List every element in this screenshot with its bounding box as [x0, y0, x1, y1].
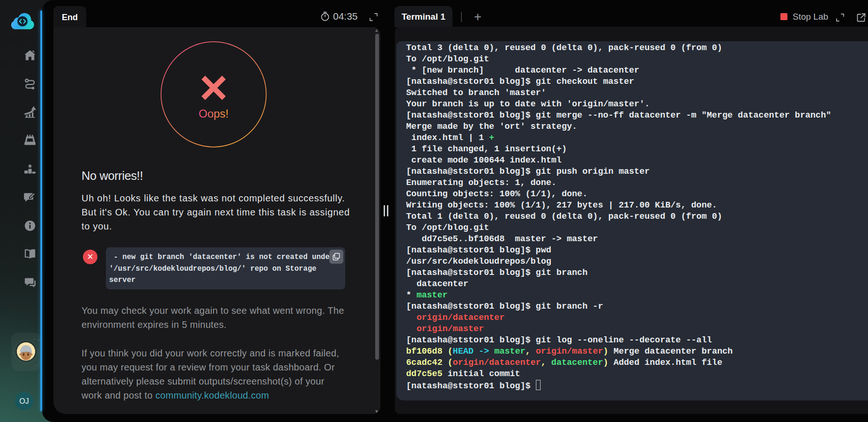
svg-text:Oops!: Oops! — [199, 107, 229, 120]
